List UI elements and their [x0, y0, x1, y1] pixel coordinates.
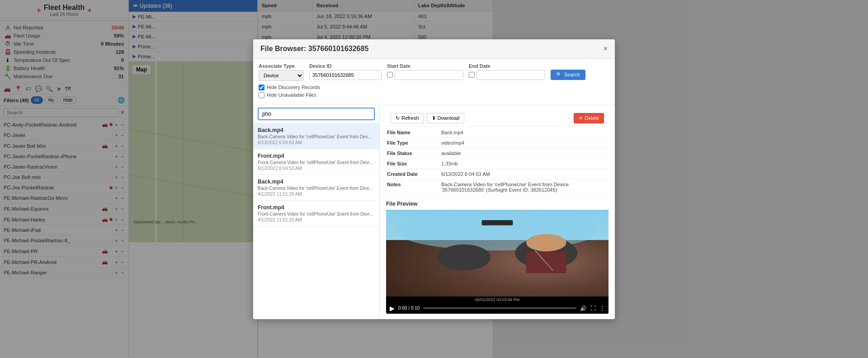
created-date-label: Created Date [387, 171, 441, 177]
video-controls-container: 06/01/2022 03:03:56 PM ▶ 0:00 / 0:10 🔊 ⛶… [386, 297, 609, 314]
refresh-icon: ↻ [396, 115, 400, 121]
start-date-checkbox[interactable] [387, 72, 393, 78]
file-browser-modal: File Browser: 357660101632685 × Associat… [253, 39, 615, 319]
file-type-label: File Type [387, 140, 441, 146]
file-preview-label: File Preview [386, 201, 609, 207]
associate-type-group: Associate Type Device Driver Group [259, 63, 304, 81]
file-name-label: File Name [387, 130, 441, 135]
video-progress-bar[interactable] [423, 307, 576, 309]
file-item-0[interactable]: Back.mp4 Back-Camera Video for 'cellPhon… [253, 123, 379, 149]
created-date-value: 6/13/2022 6:04:53 AM [441, 171, 490, 177]
video-controls: ▶ 0:00 / 0:10 🔊 ⛶ ⋮ [386, 303, 609, 314]
file-status-label: File Status [387, 151, 441, 156]
hide-unavailable-row: Hide Unavailable Files [259, 92, 609, 98]
file-item-date-2: 4/1/2022 11:01:20 AM [258, 192, 375, 197]
file-info-table: File Name Back.mp4 File Type video/mp4 F… [386, 127, 609, 196]
file-item-name-2: Back.mp4 [258, 179, 375, 185]
info-row-filesize: File Size 1.33mb [387, 159, 608, 169]
file-item-2[interactable]: Back.mp4 Back-Camera Video for 'cellPhon… [253, 175, 379, 201]
file-item-desc-1: Front-Camera Video for 'cellPhoneUse' Ev… [258, 160, 375, 165]
refresh-label: Refresh [401, 115, 419, 121]
file-size-label: File Size [387, 161, 441, 166]
file-type-value: video/mp4 [441, 140, 464, 146]
start-date-group: Start Date [387, 63, 463, 80]
info-row-createddate: Created Date 6/13/2022 6:04:53 AM [387, 169, 608, 179]
svg-rect-5 [482, 220, 513, 226]
svg-rect-9 [526, 251, 566, 273]
modal-title: File Browser: 357660101632685 [260, 45, 368, 53]
file-item-name-1: Front.mp4 [258, 153, 375, 159]
file-name-value: Back.mp4 [441, 130, 463, 135]
info-row-filestatus: File Status available [387, 148, 608, 159]
file-item-date-0: 6/13/2022 6:04:53 AM [258, 140, 375, 145]
file-filter-input[interactable] [258, 108, 375, 120]
search-button[interactable]: 🔍 Search [551, 70, 585, 80]
info-row-filename: File Name Back.mp4 [387, 127, 608, 138]
file-item-3[interactable]: Front.mp4 Front-Camera Video for 'cellPh… [253, 201, 379, 226]
device-id-input[interactable] [309, 70, 382, 80]
modal-body: Back.mp4 Back-Camera Video for 'cellPhon… [253, 105, 615, 319]
play-button[interactable]: ▶ [390, 305, 395, 312]
download-button[interactable]: ⬇ Download [427, 113, 465, 123]
info-row-notes: Notes Back-Camera Video for 'cellPhoneUs… [387, 179, 608, 195]
file-item-desc-3: Front-Camera Video for 'cellPhoneUse' Ev… [258, 212, 375, 217]
modal-detail-panel: ↻ Refresh ⬇ Download ✕ Delete File Name [380, 105, 615, 319]
file-status-value: available [441, 151, 461, 156]
info-row-filetype: File Type video/mp4 [387, 138, 608, 148]
svg-point-8 [526, 234, 566, 251]
modal-file-panel: Back.mp4 Back-Camera Video for 'cellPhon… [253, 105, 380, 319]
file-size-value: 1.33mb [441, 161, 458, 166]
file-item-desc-0: Back-Camera Video for 'cellPhoneUse' Eve… [258, 134, 375, 139]
file-item-1[interactable]: Front.mp4 Front-Camera Video for 'cellPh… [253, 149, 379, 175]
car-svg [386, 210, 609, 297]
modal-header: File Browser: 357660101632685 × [253, 39, 615, 59]
device-id-group: Device ID [309, 63, 382, 80]
download-label: Download [438, 115, 460, 121]
file-item-date-1: 6/13/2022 6:04:53 AM [258, 166, 375, 171]
modal-overlay[interactable]: File Browser: 357660101632685 × Associat… [0, 0, 868, 358]
associate-type-label: Associate Type [259, 63, 304, 69]
file-item-desc-2: Back-Camera Video for 'cellPhoneUse' Eve… [258, 186, 375, 191]
file-item-date-3: 4/1/2022 11:01:20 AM [258, 217, 375, 222]
delete-button[interactable]: ✕ Delete [574, 113, 604, 123]
refresh-button[interactable]: ↻ Refresh [391, 113, 424, 123]
download-icon: ⬇ [432, 115, 436, 121]
file-item-name-3: Front.mp4 [258, 204, 375, 211]
file-list: Back.mp4 Back-Camera Video for 'cellPhon… [253, 123, 379, 319]
start-date-input[interactable] [395, 70, 463, 80]
modal-form-section: Associate Type Device Driver Group Devic… [253, 59, 615, 105]
volume-button[interactable]: 🔊 [580, 305, 587, 311]
hide-discovery-checkbox[interactable] [259, 85, 264, 90]
notes-value: Back-Camera Video for 'cellPhoneUse' Eve… [441, 182, 608, 193]
file-item-name-0: Back.mp4 [258, 127, 375, 133]
hide-discovery-row: Hide Discovery Records [259, 85, 609, 90]
end-date-checkbox[interactable] [469, 72, 475, 78]
car-interior-visual [386, 210, 609, 297]
end-date-label: End Date [469, 63, 545, 69]
end-date-input[interactable] [476, 70, 545, 80]
delete-label: Delete [585, 115, 599, 121]
delete-icon: ✕ [579, 115, 583, 121]
modal-close-button[interactable]: × [604, 45, 608, 53]
video-timestamp: 06/01/2022 03:03:56 PM [386, 297, 609, 303]
end-date-group: End Date [469, 63, 545, 80]
search-btn-label: Search [564, 72, 580, 77]
hide-unavailable-label: Hide Unavailable Files [267, 92, 316, 98]
file-toolbar: ↻ Refresh ⬇ Download ✕ Delete [386, 110, 609, 127]
hide-unavailable-checkbox[interactable] [259, 92, 264, 98]
search-icon: 🔍 [556, 72, 562, 78]
associate-type-select[interactable]: Device Driver Group [259, 70, 304, 81]
fullscreen-button[interactable]: ⛶ [590, 305, 596, 311]
hide-discovery-label: Hide Discovery Records [267, 85, 320, 90]
notes-label: Notes [387, 182, 441, 193]
filter-input-row [253, 105, 379, 123]
video-screen [386, 210, 609, 297]
more-options-button[interactable]: ⋮ [599, 305, 605, 311]
start-date-label: Start Date [387, 63, 463, 69]
svg-point-6 [437, 244, 491, 270]
device-id-label: Device ID [309, 63, 382, 69]
time-display: 0:00 / 0:10 [398, 306, 420, 311]
video-player: 06/01/2022 03:03:56 PM ▶ 0:00 / 0:10 🔊 ⛶… [386, 210, 609, 314]
search-btn-group: 🔍 Search [551, 63, 585, 80]
